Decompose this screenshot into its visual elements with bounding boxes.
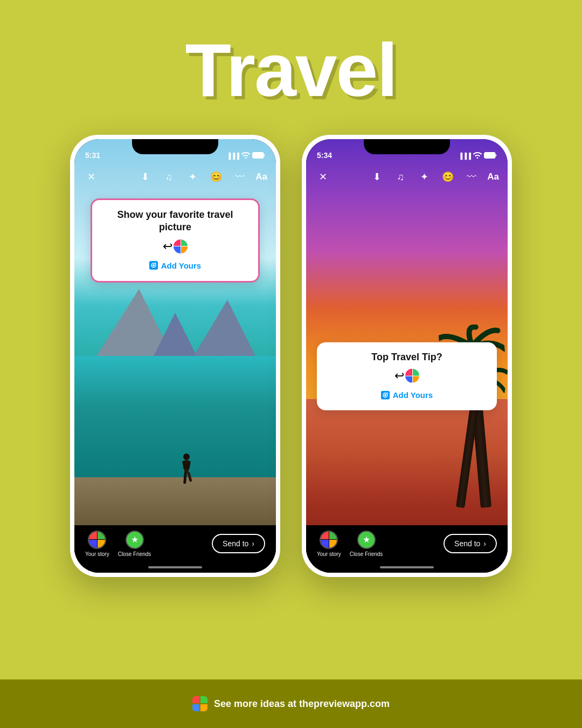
title-section: Travel [0,0,582,119]
close-friends-icon-2: ★ [357,531,376,549]
signal-icon: ▐▐▐ [227,153,239,159]
sticker-icon-2[interactable]: 😊 [440,169,456,185]
battery-icon-2 [484,152,497,160]
arrow-right-icon-2: › [483,539,486,548]
arrow-back-icon-2: ↩ [394,369,404,383]
svg-rect-13 [485,153,495,158]
close-friends-label-1: Close Friends [118,551,151,557]
battery-icon [252,152,265,160]
signal-icon-2: ▐▐▐ [459,153,471,159]
phone-1-story-toolbar: ✕ ⬇ ♫ ✦ 😊 〰 Aa [74,165,276,189]
svg-rect-7 [253,153,263,158]
text-tool[interactable]: Aa [255,171,267,182]
sticker-icon[interactable]: 😊 [208,169,224,185]
toolbar-right-icons-2: ⬇ ♫ ✦ 😊 〰 Aa [369,169,499,185]
svg-point-0 [183,454,190,460]
download-icon[interactable]: ⬇ [137,169,153,185]
phone-1-status-icons: ▐▐▐ [227,152,265,160]
effects-icon[interactable]: ✦ [184,169,200,185]
phone-1-story-options: Your story ★ Close Friends [85,531,151,557]
phone-1-card-title: Show your favorite travel picture [103,209,247,234]
phone-1-story-card: Show your favorite travel picture ↩ [91,198,260,283]
footer-text: See more ideas at thepreviewapp.com [214,698,390,710]
preview-grid-icon-2 [405,369,419,383]
svg-point-11 [155,263,156,264]
phone-2-card-icons: ↩ [328,369,486,383]
music-icon-2[interactable]: ♫ [392,169,408,185]
close-friends-option-1[interactable]: ★ Close Friends [118,531,151,557]
preview-grid-icon [174,239,188,253]
close-icon-2[interactable]: ✕ [315,169,331,185]
close-friends-icon-1: ★ [126,531,144,549]
draw-icon[interactable]: 〰 [232,169,248,185]
draw-icon-2[interactable]: 〰 [463,169,480,185]
phone-1-send-to-button[interactable]: Send to › [212,534,265,553]
phone-2-bottom-bar: Your story ★ Close Friends Send to › [306,525,508,573]
phone-2: 5:34 ▐▐▐ ✕ ⬇ ♫ ✦ 😊 [302,135,512,577]
download-icon-2[interactable]: ⬇ [369,169,385,185]
arrow-right-icon: › [252,539,254,548]
svg-point-10 [153,264,155,266]
phone-1-time: 5:31 [85,151,100,160]
your-story-option-1[interactable]: Your story [85,531,109,557]
music-icon[interactable]: ♫ [161,169,177,185]
wifi-icon [241,152,250,160]
phone-2-add-yours-button[interactable]: Add Yours [377,388,437,402]
phone-1: 5:31 ▐▐▐ ✕ ⬇ ♫ ✦ 😊 [70,135,280,577]
effects-icon-2[interactable]: ✦ [416,169,432,185]
lake [74,356,276,486]
svg-rect-5 [188,472,192,482]
phone-1-home-indicator [148,566,202,568]
phone-2-inner: 5:34 ▐▐▐ ✕ ⬇ ♫ ✦ 😊 [306,139,508,573]
svg-point-16 [384,394,386,396]
phone-2-card-title: Top Travel Tip? [328,351,486,363]
your-story-label-1: Your story [85,551,109,557]
phone-1-notch [132,139,218,154]
toolbar-right-icons: ⬇ ♫ ✦ 😊 〰 Aa [137,169,267,185]
phone-1-add-yours-button[interactable]: Add Yours [145,259,205,272]
footer-logo [192,696,207,711]
your-story-option-2[interactable]: Your story [317,531,341,557]
phone-2-story-options: Your story ★ Close Friends [317,531,383,557]
phone-1-card-icons: ↩ [103,239,247,253]
your-story-icon-1 [88,531,106,549]
wifi-icon-2 [473,152,482,160]
your-story-label-2: Your story [317,551,341,557]
phone-1-bottom-bar: Your story ★ Close Friends Send to › [74,525,276,573]
close-icon[interactable]: ✕ [83,169,99,185]
phone-2-home-indicator [380,566,434,568]
text-tool-2[interactable]: Aa [487,171,499,182]
phone-2-time: 5:34 [317,151,332,160]
phone-2-story-card: Top Travel Tip? ↩ [317,342,497,410]
svg-rect-4 [184,472,188,484]
phone-2-story-toolbar: ✕ ⬇ ♫ ✦ 😊 〰 Aa [306,165,508,189]
your-story-icon-2 [320,531,338,549]
phone-2-status-icons: ▐▐▐ [459,152,497,160]
footer: See more ideas at thepreviewapp.com [0,679,582,728]
person-silhouette [179,452,194,490]
phone-2-notch [364,139,450,154]
camera-small-icon-2 [381,391,390,400]
phones-container: 5:31 ▐▐▐ ✕ ⬇ ♫ ✦ 😊 [0,119,582,577]
close-friends-option-2[interactable]: ★ Close Friends [350,531,383,557]
arrow-back-icon: ↩ [163,239,172,253]
camera-small-icon [149,261,158,270]
phone-2-send-to-button[interactable]: Send to › [444,534,497,553]
page-title: Travel [0,32,582,108]
svg-point-17 [387,393,388,394]
phone-1-inner: 5:31 ▐▐▐ ✕ ⬇ ♫ ✦ 😊 [74,139,276,573]
close-friends-label-2: Close Friends [350,551,383,557]
